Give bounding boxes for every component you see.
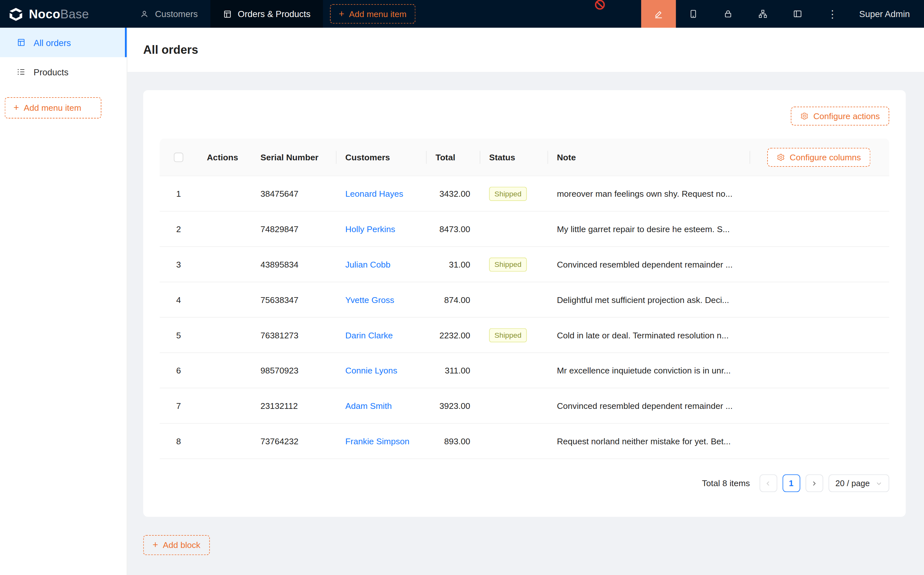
more-button[interactable]: ⋮ <box>815 0 850 28</box>
plus-icon: + <box>152 540 158 550</box>
top-header: NocoBase Customers Orders & Products + A… <box>0 0 924 28</box>
gear-icon <box>777 153 785 161</box>
row-total: 893.00 <box>426 436 480 446</box>
page-title: All orders <box>143 43 198 57</box>
nav-item-customers[interactable]: Customers <box>127 0 210 28</box>
top-navigation: Customers Orders & Products + Add menu i… <box>127 0 415 28</box>
orders-icon <box>222 9 232 18</box>
pagination-page-1[interactable]: 1 <box>782 474 800 492</box>
all-orders-icon <box>16 38 26 47</box>
row-index: 7 <box>160 401 197 410</box>
row-total: 31.00 <box>426 259 480 269</box>
plus-icon: + <box>14 103 19 112</box>
highlighter-icon <box>654 9 664 19</box>
row-total: 2232.00 <box>426 330 480 340</box>
row-serial-number: 38475647 <box>251 189 336 198</box>
api-nodes-icon <box>758 9 768 19</box>
layout-icon <box>793 9 803 19</box>
vertical-ellipsis-icon: ⋮ <box>827 7 838 20</box>
row-customer-cell: Leonard Hayes <box>336 189 426 198</box>
table-row: 4 75638347 Yvette Gross 874.00 Delightfu… <box>160 282 889 318</box>
chevron-right-icon <box>811 480 818 486</box>
row-customer-cell: Adam Smith <box>336 401 426 410</box>
row-customer-cell: Frankie Simpson <box>336 436 426 446</box>
row-serial-number: 76381273 <box>251 330 336 340</box>
mobile-icon <box>688 9 698 19</box>
pagination-prev-button[interactable] <box>759 474 777 492</box>
row-status-cell: Shipped <box>480 257 547 272</box>
sidebar: All orders Products + Add menu item <box>0 28 127 575</box>
lock-icon <box>723 9 733 19</box>
customers-icon <box>140 9 149 18</box>
nav-label: Customers <box>155 9 198 19</box>
row-serial-number: 73764232 <box>251 436 336 446</box>
sidebar-item-products[interactable]: Products <box>0 57 127 87</box>
configure-columns-cell: Configure columns <box>749 138 889 175</box>
add-menu-item-button-sidebar[interactable]: + Add menu item <box>5 97 102 119</box>
nav-item-orders-products[interactable]: Orders & Products <box>210 0 323 28</box>
customer-link[interactable]: Holly Perkins <box>345 224 395 233</box>
column-header-serial: Serial Number <box>251 138 336 175</box>
column-header-customers: Customers <box>336 138 426 175</box>
status-tag: Shipped <box>489 328 527 342</box>
page-size-select[interactable]: 20 / page <box>829 474 889 492</box>
table-body: 1 38475647 Leonard Hayes 3432.00 Shipped… <box>160 176 889 459</box>
configure-actions-button[interactable]: Configure actions <box>791 106 889 125</box>
row-index: 6 <box>160 366 197 375</box>
customer-link[interactable]: Darin Clarke <box>345 330 393 340</box>
row-index: 5 <box>160 330 197 340</box>
configure-columns-button[interactable]: Configure columns <box>767 148 870 167</box>
nocobase-logo[interactable]: NocoBase <box>0 0 127 28</box>
api-button[interactable] <box>746 0 780 28</box>
row-total: 311.00 <box>426 366 480 375</box>
orders-table-block: Configure actions Actions Serial Number … <box>143 90 906 517</box>
row-total: 874.00 <box>426 295 480 304</box>
table-row: 2 74829847 Holly Perkins 8473.00 My litt… <box>160 211 889 247</box>
table-row: 5 76381273 Darin Clarke 2232.00 Shipped … <box>160 318 889 353</box>
mobile-button[interactable] <box>676 0 711 28</box>
row-status-cell: Shipped <box>480 186 547 200</box>
sidebar-item-all-orders[interactable]: All orders <box>0 28 127 57</box>
customer-link[interactable]: Yvette Gross <box>345 295 394 304</box>
row-index: 3 <box>160 259 197 269</box>
ui-editor-button[interactable] <box>641 0 676 28</box>
add-block-button[interactable]: + Add block <box>143 535 210 555</box>
customer-link[interactable]: Julian Cobb <box>345 259 391 269</box>
row-status-cell: Shipped <box>480 328 547 342</box>
row-index: 8 <box>160 436 197 446</box>
row-index: 2 <box>160 224 197 233</box>
plus-icon: + <box>339 9 344 18</box>
page-header: All orders <box>127 28 924 72</box>
orders-table: Actions Serial Number Customers Total St… <box>160 138 889 459</box>
main-area: All orders Configure actions <box>127 28 924 575</box>
user-menu[interactable]: Super Admin <box>850 0 924 28</box>
pagination-next-button[interactable] <box>805 474 823 492</box>
blocked-cursor-icon <box>595 0 605 12</box>
row-serial-number: 74829847 <box>251 224 336 233</box>
gear-icon <box>800 112 809 121</box>
row-note: Mr excellence inquietude conviction is i… <box>547 366 749 375</box>
table-header-row: Actions Serial Number Customers Total St… <box>160 138 889 176</box>
row-serial-number: 98570923 <box>251 366 336 375</box>
lock-button[interactable] <box>711 0 746 28</box>
layout-button[interactable] <box>780 0 815 28</box>
customer-link[interactable]: Connie Lyons <box>345 366 397 375</box>
column-header-actions: Actions <box>197 138 251 175</box>
page-content: Configure actions Actions Serial Number … <box>127 72 924 555</box>
select-all-checkbox[interactable] <box>174 152 183 162</box>
sidebar-item-label: Products <box>33 67 68 77</box>
customer-link[interactable]: Leonard Hayes <box>345 189 403 198</box>
row-index: 4 <box>160 295 197 304</box>
row-index: 1 <box>160 189 197 198</box>
row-note: moreover man feelings own shy. Request n… <box>547 189 749 198</box>
customer-link[interactable]: Adam Smith <box>345 401 392 410</box>
app-root: NocoBase Customers Orders & Products + A… <box>0 0 924 575</box>
row-serial-number: 75638347 <box>251 295 336 304</box>
customer-link[interactable]: Frankie Simpson <box>345 436 410 446</box>
table-row: 7 23132112 Adam Smith 3923.00 Convinced … <box>160 388 889 424</box>
row-note: Convinced resembled dependent remainder … <box>547 259 749 269</box>
row-total: 8473.00 <box>426 224 480 233</box>
row-customer-cell: Julian Cobb <box>336 259 426 269</box>
pagination: Total 8 items 1 20 / page <box>160 474 889 492</box>
add-menu-item-button-header[interactable]: + Add menu item <box>330 4 415 24</box>
